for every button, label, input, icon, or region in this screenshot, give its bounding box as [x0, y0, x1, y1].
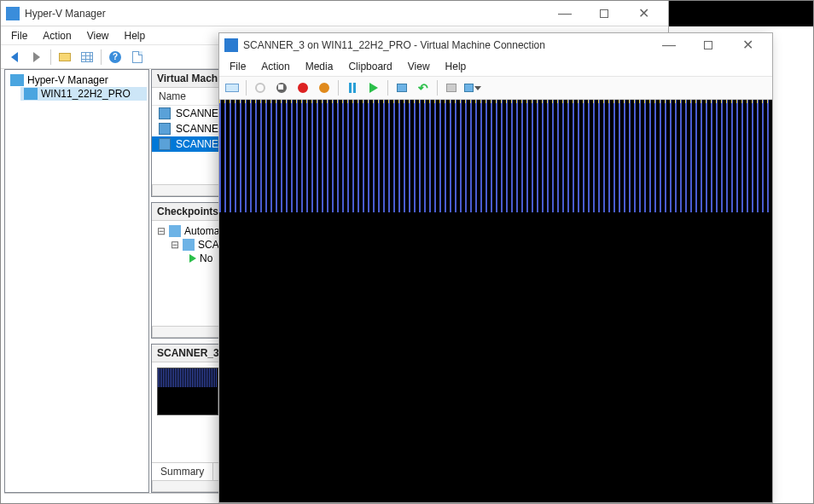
- menu-file[interactable]: File: [4, 28, 34, 43]
- separator: [246, 80, 247, 96]
- checkpoint-icon: [183, 239, 195, 251]
- revert-icon: ↶: [418, 81, 428, 95]
- vm-icon: [159, 138, 171, 150]
- preview-thumbnail[interactable]: [157, 368, 218, 415]
- vmc-toolbar: ↶: [219, 76, 772, 100]
- hv-root-icon: [10, 74, 24, 86]
- stop-icon: [276, 83, 287, 93]
- hv-title: Hyper-V Manager: [25, 8, 545, 20]
- vm-connection-window: SCANNER_3 on WIN11_22H2_PRO - Virtual Ma…: [218, 32, 773, 503]
- tree-host[interactable]: WIN11_22H2_PRO: [20, 87, 147, 101]
- separator: [338, 80, 339, 96]
- menu-action[interactable]: Action: [254, 59, 296, 74]
- share-button[interactable]: [463, 78, 482, 97]
- menu-view[interactable]: View: [80, 28, 116, 43]
- save-icon: [319, 83, 329, 93]
- nav-back-button[interactable]: [4, 47, 25, 67]
- menu-action[interactable]: Action: [36, 28, 78, 43]
- maximize-button[interactable]: [689, 33, 728, 57]
- show-hide-tree-button[interactable]: [55, 47, 75, 67]
- vmc-titlebar[interactable]: SCANNER_3 on WIN11_22H2_PRO - Virtual Ma…: [219, 33, 772, 57]
- pause-button[interactable]: [343, 78, 362, 97]
- minimize-button[interactable]: —: [649, 33, 689, 57]
- hv-app-icon: [6, 7, 20, 20]
- vm-display[interactable]: [219, 100, 772, 502]
- shutdown-button[interactable]: [294, 78, 312, 97]
- close-button[interactable]: ✕: [624, 1, 663, 26]
- save-button[interactable]: [315, 78, 334, 97]
- folder-icon: [59, 53, 71, 61]
- ctrl-alt-del-button[interactable]: [223, 78, 241, 97]
- chevron-down-icon: [474, 86, 481, 90]
- nav-forward-button[interactable]: [26, 47, 47, 67]
- tree-host-label: WIN11_22H2_PRO: [41, 88, 131, 100]
- expander-icon[interactable]: ⊟: [157, 225, 166, 237]
- hv-tree[interactable]: Hyper-V Manager WIN11_22H2_PRO: [4, 69, 149, 493]
- play-icon: [369, 83, 378, 93]
- start-button[interactable]: [251, 78, 270, 97]
- vm-icon: [159, 123, 171, 135]
- cad-icon: [225, 84, 239, 92]
- menu-help[interactable]: Help: [439, 59, 474, 74]
- vm-screen-content: [219, 100, 772, 212]
- close-button[interactable]: ✕: [728, 33, 767, 57]
- hv-titlebar[interactable]: Hyper-V Manager — ✕: [1, 1, 668, 26]
- checkpoint-icon: [397, 84, 407, 92]
- reset-button[interactable]: [364, 78, 383, 97]
- enhanced-session-button[interactable]: [442, 78, 461, 97]
- separator: [50, 49, 51, 65]
- refresh-button[interactable]: [127, 47, 148, 67]
- vmc-title: SCANNER_3 on WIN11_22H2_PRO - Virtual Ma…: [243, 39, 649, 51]
- menu-clipboard[interactable]: Clipboard: [341, 59, 398, 74]
- tree-root-label: Hyper-V Manager: [27, 74, 108, 86]
- revert-button[interactable]: ↶: [414, 78, 433, 97]
- expander-icon[interactable]: ⊟: [171, 239, 179, 251]
- vmc-app-icon: [224, 38, 238, 52]
- menu-media[interactable]: Media: [299, 59, 340, 74]
- arrow-left-icon: [11, 52, 18, 62]
- minimize-button[interactable]: —: [545, 1, 584, 26]
- tab-summary[interactable]: Summary: [152, 463, 213, 480]
- tree-root[interactable]: Hyper-V Manager: [7, 73, 147, 87]
- separator: [101, 49, 102, 65]
- menu-file[interactable]: File: [223, 59, 253, 74]
- checkpoint-button[interactable]: [392, 78, 411, 97]
- vm-icon: [159, 107, 171, 119]
- host-icon: [24, 88, 38, 100]
- arrow-right-icon: [33, 52, 40, 62]
- shutdown-icon: [298, 83, 308, 93]
- help-icon: ?: [109, 51, 121, 63]
- vmc-menubar: File Action Media Clipboard View Help: [219, 57, 772, 76]
- separator: [387, 80, 388, 96]
- checkpoint-icon: [169, 225, 181, 237]
- title-gap-black: [669, 1, 814, 26]
- maximize-button[interactable]: [584, 1, 624, 26]
- help-button[interactable]: ?: [105, 47, 125, 67]
- vmc-window-buttons: — ✕: [649, 33, 767, 57]
- separator: [437, 80, 438, 96]
- menu-help[interactable]: Help: [118, 28, 153, 43]
- sheet-icon: [132, 51, 142, 63]
- menu-view[interactable]: View: [401, 59, 437, 74]
- power-icon: [255, 83, 265, 93]
- pause-icon: [349, 83, 356, 93]
- chk-label: No: [200, 252, 212, 264]
- properties-icon: [81, 52, 93, 62]
- hv-window-buttons: — ✕: [545, 1, 663, 26]
- properties-button[interactable]: [77, 47, 97, 67]
- enhanced-icon: [446, 84, 456, 92]
- share-icon: [464, 84, 474, 92]
- turnoff-button[interactable]: [272, 78, 291, 97]
- now-icon: [189, 254, 196, 263]
